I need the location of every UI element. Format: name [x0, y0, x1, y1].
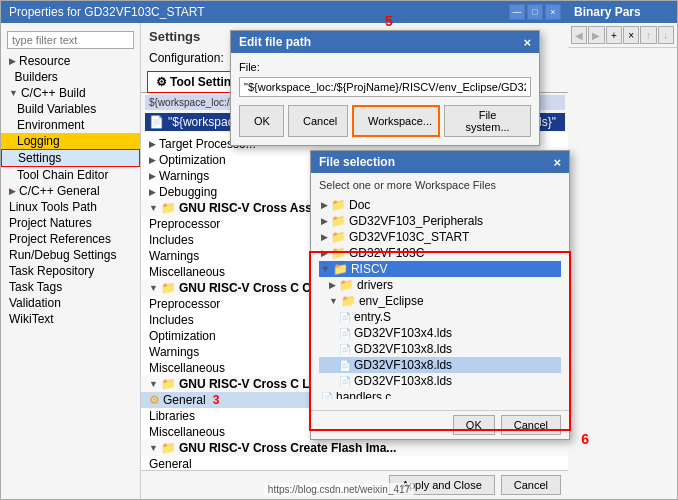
- tree-label: Preprocessor: [149, 217, 220, 231]
- tree-flash-general[interactable]: General: [141, 456, 569, 470]
- file-tree-lds-x8-2[interactable]: 📄 GD32VF103x8.lds: [319, 357, 561, 373]
- right-panel: Binary Pars ◀ ▶ + × ↑ ↓: [568, 0, 678, 500]
- dialog-close-button[interactable]: ×: [523, 36, 531, 49]
- sidebar-item-project-natures[interactable]: Project Natures: [1, 215, 140, 231]
- sidebar-label: Builders: [15, 70, 58, 84]
- sidebar-item-resource[interactable]: ▶ Resource: [1, 53, 140, 69]
- right-panel-toolbar: ◀ ▶ + × ↑ ↓: [568, 23, 677, 48]
- back-button[interactable]: ◀: [571, 26, 587, 44]
- cancel-button[interactable]: Cancel: [288, 105, 348, 137]
- sidebar-label: Linux Tools Path: [9, 200, 97, 214]
- file-tree-start[interactable]: ▶ 📁 GD32VF103C_START: [319, 229, 561, 245]
- sidebar-label: Resource: [19, 54, 70, 68]
- sidebar-item-environment[interactable]: Environment: [1, 117, 140, 133]
- sidebar-item-task-tags[interactable]: Task Tags: [1, 279, 140, 295]
- chevron-icon: ▶: [149, 155, 156, 165]
- main-title-bar: Properties for GD32VF103C_START — □ ×: [1, 1, 569, 23]
- folder-icon: 📁: [331, 198, 346, 212]
- tree-label: General: [163, 393, 206, 407]
- file-dialog-title: File selection ×: [311, 151, 569, 173]
- folder-icon: 📁: [339, 278, 354, 292]
- tree-label: Warnings: [149, 249, 199, 263]
- sidebar-label: Task Tags: [9, 280, 62, 294]
- file-tree-103c[interactable]: ▶ 📁 GD32VF103C: [319, 245, 561, 261]
- sidebar-item-rundebug[interactable]: Run/Debug Settings: [1, 247, 140, 263]
- sidebar-label: C/C++ Build: [21, 86, 86, 100]
- sidebar-item-wikitext[interactable]: WikiText: [1, 311, 140, 327]
- file-icon: 📄: [339, 312, 351, 323]
- dialog-title-text: Edit file path: [239, 35, 311, 49]
- dialog-buttons: OK Cancel Workspace... File system...: [239, 105, 531, 137]
- down-button[interactable]: ↓: [658, 26, 674, 44]
- tree-folder: 📁: [161, 441, 176, 455]
- file-label: drivers: [357, 278, 393, 292]
- tree-label: Miscellaneous: [149, 361, 225, 375]
- tree-label: Miscellaneous: [149, 265, 225, 279]
- sidebar-label: C/C++ General: [19, 184, 100, 198]
- sidebar-label: Project References: [9, 232, 111, 246]
- add-button[interactable]: +: [606, 26, 622, 44]
- tree-label: Includes: [149, 233, 194, 247]
- file-tree-handlers[interactable]: 📄 handlers.c: [319, 389, 561, 399]
- tree-label: Debugging: [159, 185, 217, 199]
- maximize-button[interactable]: □: [527, 4, 543, 20]
- sidebar-item-buildvars[interactable]: Build Variables: [1, 101, 140, 117]
- sidebar-item-validation[interactable]: Validation: [1, 295, 140, 311]
- workspace-button[interactable]: Workspace...: [352, 105, 440, 137]
- cancel-button[interactable]: Cancel: [501, 475, 561, 495]
- close-button[interactable]: ×: [545, 4, 561, 20]
- file-path-input[interactable]: [239, 77, 531, 97]
- delete-button[interactable]: ×: [623, 26, 639, 44]
- file-ok-button[interactable]: OK: [453, 415, 495, 435]
- forward-button[interactable]: ▶: [588, 26, 604, 44]
- ok-button[interactable]: OK: [239, 105, 284, 137]
- file-dialog-bottom: OK Cancel: [311, 410, 569, 439]
- file-tree-lds-x4[interactable]: 📄 GD32VF103x4.lds: [319, 325, 561, 341]
- tree-label: Miscellaneous: [149, 425, 225, 439]
- sidebar-label: Logging: [17, 134, 60, 148]
- chevron-icon: ▼: [149, 203, 158, 213]
- right-panel-title-text: Binary Pars: [574, 5, 641, 19]
- up-button[interactable]: ↑: [640, 26, 656, 44]
- file-cancel-button[interactable]: Cancel: [501, 415, 561, 435]
- tab-icon: ⚙: [156, 75, 167, 89]
- folder-icon: 📁: [331, 230, 346, 244]
- file-label: GD32VF103x4.lds: [354, 326, 452, 340]
- minimize-button[interactable]: —: [509, 4, 525, 20]
- file-system-button[interactable]: File system...: [444, 105, 531, 137]
- file-tree-drivers[interactable]: ▶ 📁 drivers: [319, 277, 561, 293]
- sidebar-item-cpp-general[interactable]: ▶ C/C++ General: [1, 183, 140, 199]
- chevron-icon: ▶: [329, 280, 336, 290]
- sidebar-item-logging[interactable]: Logging: [1, 133, 140, 149]
- sidebar-item-settings[interactable]: Settings: [1, 149, 140, 167]
- file-tree-lds-x8-3[interactable]: 📄 GD32VF103x8.lds: [319, 373, 561, 389]
- file-icon: 📄: [339, 360, 351, 371]
- file-label: GD32VF103x8.lds: [354, 358, 452, 372]
- chevron-icon: ▼: [149, 283, 158, 293]
- sidebar-item-cppbuild[interactable]: ▼ C/C++ Build: [1, 85, 140, 101]
- tree-gnu-flash[interactable]: ▼ 📁 GNU RISC-V Cross Create Flash Ima...: [141, 440, 569, 456]
- sidebar-item-builders[interactable]: Builders: [1, 69, 140, 85]
- dialog-body: File: OK Cancel Workspace... File system…: [231, 53, 539, 145]
- sidebar-item-linux-tools[interactable]: Linux Tools Path: [1, 199, 140, 215]
- sidebar-item-toolchain-editor[interactable]: Tool Chain Editor: [1, 167, 140, 183]
- sidebar-item-task-repo[interactable]: Task Repository: [1, 263, 140, 279]
- file-tree-lds-x8-1[interactable]: 📄 GD32VF103x8.lds: [319, 341, 561, 357]
- file-tree-doc[interactable]: ▶ 📁 Doc: [319, 197, 561, 213]
- file-label: GD32VF103C_START: [349, 230, 469, 244]
- path-icon: 📄: [149, 115, 164, 129]
- edit-file-path-dialog: Edit file path × File: OK Cancel Workspa…: [230, 30, 540, 146]
- file-tree-entry-s[interactable]: 📄 entry.S: [319, 309, 561, 325]
- file-tree-env-eclipse[interactable]: ▼ 📁 env_Eclipse: [319, 293, 561, 309]
- chevron-icon: ▼: [9, 88, 18, 98]
- sidebar: ▶ Resource Builders ▼ C/C++ Build Build …: [1, 23, 141, 499]
- file-dialog-close[interactable]: ×: [553, 155, 561, 170]
- chevron-icon: [9, 72, 12, 82]
- sidebar-item-project-refs[interactable]: Project References: [1, 231, 140, 247]
- filter-input[interactable]: [7, 31, 134, 49]
- file-tree-riscv[interactable]: ▼ 📁 RISCV: [319, 261, 561, 277]
- file-label: Doc: [349, 198, 370, 212]
- tree-label: Preprocessor: [149, 297, 220, 311]
- right-panel-title: Binary Pars: [568, 1, 677, 23]
- file-tree-peripherals[interactable]: ▶ 📁 GD32VF103_Peripherals: [319, 213, 561, 229]
